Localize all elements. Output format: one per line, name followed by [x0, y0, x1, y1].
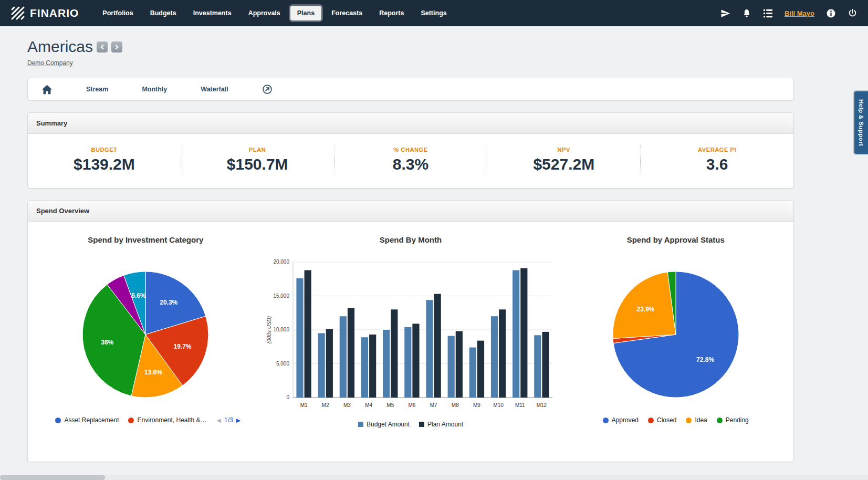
bar-budget-amount[interactable]: [491, 316, 498, 398]
bar-plan-amount[interactable]: [477, 341, 484, 398]
legend-swatch: [717, 418, 723, 423]
investment-category-pie[interactable]: 20.3%19.7%13.6%36%5.6%: [80, 269, 211, 400]
home-icon[interactable]: [41, 85, 53, 95]
bar-plan-amount[interactable]: [499, 309, 506, 398]
horizontal-scrollbar[interactable]: [0, 475, 868, 480]
bar-budget-amount[interactable]: [318, 333, 325, 398]
pager-prev-icon[interactable]: ◀: [217, 417, 221, 424]
legend-item[interactable]: Idea: [686, 416, 707, 424]
power-icon[interactable]: [848, 8, 857, 18]
bar-plan-amount[interactable]: [348, 308, 354, 398]
nav-item-budgets[interactable]: Budgets: [143, 6, 183, 20]
legend-swatch: [128, 418, 134, 423]
pie-slice-label: 36%: [101, 339, 114, 346]
x-tick-label: M12: [537, 402, 547, 408]
bar-plan-amount[interactable]: [326, 329, 333, 398]
legend-item[interactable]: Asset Replacement: [55, 416, 119, 424]
legend-swatch: [686, 418, 692, 423]
approval-status-pie[interactable]: 72.8%23.9%: [611, 269, 741, 400]
legend-swatch: [358, 422, 363, 427]
bar-budget-amount[interactable]: [361, 337, 368, 398]
legend-pager: ◀ 1/3 ▶: [217, 416, 241, 424]
send-icon[interactable]: [720, 8, 730, 18]
summary-stat: NPV$527.2M: [487, 145, 640, 174]
toolbar-link-stream[interactable]: Stream: [86, 86, 108, 93]
nav-right: Bill Mayo: [720, 8, 857, 18]
legend-item[interactable]: Approved: [603, 416, 639, 424]
help-support-tab[interactable]: Help & Support: [853, 90, 868, 155]
spend-overview-card: Spend Overview Spend by Investment Categ…: [27, 200, 794, 462]
stat-label: PLAN: [186, 147, 329, 153]
summary-stat: PLAN$150.7M: [181, 145, 334, 174]
compass-icon[interactable]: [262, 84, 273, 95]
nav-item-forecasts[interactable]: Forecasts: [325, 6, 369, 20]
legend-swatch: [648, 418, 654, 423]
bar-plan-amount[interactable]: [305, 270, 311, 398]
bar-plan-amount[interactable]: [520, 268, 527, 398]
company-link[interactable]: Demo Company: [27, 59, 73, 67]
bar-budget-amount[interactable]: [383, 330, 390, 398]
toolbar-link-monthly[interactable]: Monthly: [142, 86, 167, 93]
brand[interactable]: FINARIO: [11, 6, 79, 20]
bar-plan-amount[interactable]: [369, 335, 376, 398]
prev-button[interactable]: [97, 41, 108, 53]
horizontal-scrollbar-thumb[interactable]: [0, 475, 105, 480]
chart-title-approval-status: Spend by Approval Status: [627, 235, 725, 244]
approval-status-legend: ApprovedClosedIdeaPending: [598, 416, 754, 424]
legend-item[interactable]: Plan Amount: [419, 421, 463, 428]
stat-value: 8.3%: [340, 155, 482, 173]
chart-spend-by-month: Spend By Month 05,00010,00015,00020,000(…: [256, 235, 566, 428]
stat-value: 3.6: [646, 155, 788, 173]
list-icon[interactable]: [763, 9, 773, 18]
bar-budget-amount[interactable]: [404, 327, 411, 398]
bar-plan-amount[interactable]: [542, 332, 549, 398]
chart-title-investment-category: Spend by Investment Category: [88, 235, 203, 244]
bar-budget-amount[interactable]: [296, 278, 303, 398]
page-title: Americas: [27, 38, 93, 56]
nav-item-portfolios[interactable]: Portfolios: [96, 6, 140, 20]
bar-budget-amount[interactable]: [340, 316, 347, 398]
legend-item[interactable]: Budget Amount: [358, 421, 410, 428]
bar-budget-amount[interactable]: [469, 348, 476, 398]
bar-budget-amount[interactable]: [534, 335, 541, 398]
x-tick-label: M10: [493, 402, 504, 408]
legend-label: Pending: [726, 416, 749, 424]
nav-item-settings[interactable]: Settings: [414, 6, 453, 20]
pager-next-icon[interactable]: ▶: [236, 417, 240, 424]
bar-budget-amount[interactable]: [426, 300, 433, 398]
approval-status-legend-items: ApprovedClosedIdeaPending: [598, 416, 754, 424]
spend-by-month-legend: Budget AmountPlan Amount: [353, 421, 468, 428]
investment-category-legend: Asset ReplacementEnvironment, Health &… …: [50, 416, 240, 424]
stat-value: $139.2M: [33, 155, 175, 173]
nav-item-investments[interactable]: Investments: [186, 6, 238, 20]
bar-plan-amount[interactable]: [412, 324, 419, 398]
pie-slice-label: 13.6%: [144, 369, 162, 376]
spend-overview-header: Spend Overview: [28, 201, 793, 222]
user-link[interactable]: Bill Mayo: [785, 9, 814, 17]
bar-budget-amount[interactable]: [448, 336, 455, 398]
y-tick-label: 20,000: [273, 259, 289, 265]
legend-label: Closed: [657, 416, 676, 424]
stat-label: BUDGET: [33, 147, 175, 153]
stat-value: $527.2M: [493, 155, 635, 173]
legend-item[interactable]: Environment, Health &…: [128, 416, 206, 424]
bell-icon[interactable]: [742, 8, 751, 18]
nav-item-approvals[interactable]: Approvals: [242, 6, 287, 20]
bar-plan-amount[interactable]: [391, 309, 398, 398]
nav-item-plans[interactable]: Plans: [290, 6, 321, 20]
toolbar-link-waterfall[interactable]: Waterfall: [201, 86, 228, 93]
legend-item[interactable]: Pending: [717, 416, 749, 424]
top-navigation: FINARIO PortfoliosBudgetsInvestmentsAppr…: [0, 0, 868, 26]
legend-item[interactable]: Closed: [648, 416, 676, 424]
bar-plan-amount[interactable]: [434, 294, 441, 398]
bar-budget-amount[interactable]: [513, 270, 519, 398]
info-icon[interactable]: [826, 8, 836, 18]
spend-by-month-bar-chart[interactable]: 05,00010,00015,00020,000(000s USD)M1M2M3…: [264, 256, 558, 413]
next-button[interactable]: [111, 41, 122, 53]
nav-item-reports[interactable]: Reports: [372, 6, 411, 20]
nav-items: PortfoliosBudgetsInvestmentsApprovalsPla…: [96, 6, 453, 20]
summary-stat: BUDGET$139.2M: [28, 145, 181, 174]
bar-plan-amount[interactable]: [456, 331, 463, 398]
legend-label: Budget Amount: [367, 421, 410, 428]
brand-name: FINARIO: [30, 7, 79, 19]
